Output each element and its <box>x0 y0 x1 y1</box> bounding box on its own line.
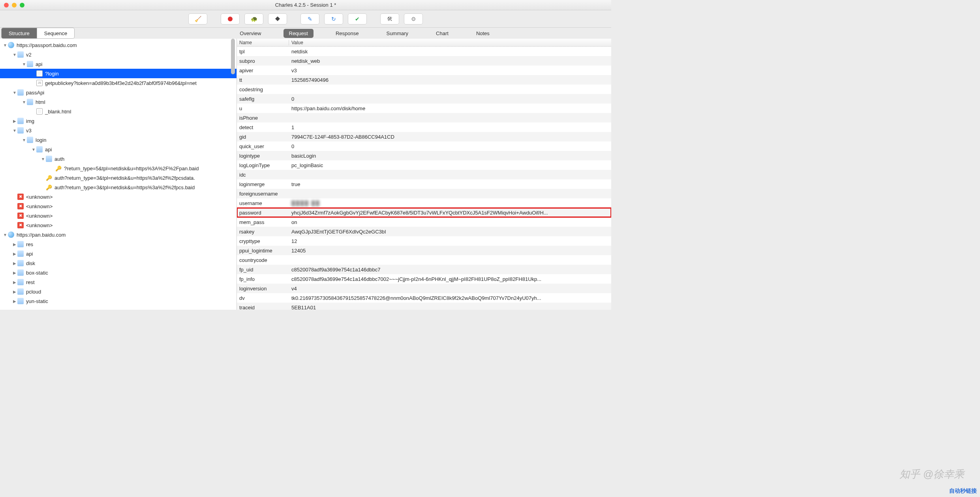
param-row[interactable]: quick_user0 <box>237 141 611 151</box>
disclosure-triangle[interactable] <box>31 147 36 152</box>
param-row[interactable]: fp_infoc8520078adf9a3699e754c1a146dbbc70… <box>237 274 611 284</box>
tree-row[interactable]: res <box>0 239 237 249</box>
param-row[interactable]: ppui_logintime12405 <box>237 246 611 255</box>
param-row[interactable]: foreignusername <box>237 189 611 198</box>
summary-tab[interactable]: Summary <box>381 29 414 38</box>
tools-button[interactable]: 🛠 <box>380 13 399 24</box>
tree-row[interactable]: https://passport.baidu.com <box>0 40 237 50</box>
tree-row[interactable]: api <box>0 249 237 258</box>
disclosure-triangle[interactable] <box>21 138 27 142</box>
overview-tab[interactable]: Overview <box>234 29 267 38</box>
tree-row[interactable]: disk <box>0 258 237 268</box>
tree-row[interactable]: api <box>0 145 237 154</box>
response-tab[interactable]: Response <box>330 29 364 38</box>
param-name: loginversion <box>237 286 289 292</box>
close-window-button[interactable] <box>4 3 9 8</box>
param-row[interactable]: fp_uidc8520078adf9a3699e754c1a146dbbc7 <box>237 265 611 274</box>
param-row[interactable]: rsakeyAwqGJpJ3EntTjGETGF6XdIvQc2eGC3bI <box>237 227 611 236</box>
zoom-window-button[interactable] <box>20 3 24 8</box>
sidebar-scrollbar[interactable] <box>230 39 236 310</box>
param-row[interactable]: passwordyhcjJ6d34Zrmf7zAokGgbGvYj2EFwfEA… <box>237 208 611 217</box>
param-row[interactable]: apiverv3 <box>237 66 611 75</box>
param-row[interactable]: detect1 <box>237 122 611 132</box>
column-value[interactable]: Value <box>289 40 611 45</box>
tree-row[interactable]: ?login <box>0 69 237 78</box>
param-row[interactable]: safeflg0 <box>237 94 611 104</box>
breakpoint-button[interactable] <box>268 13 287 24</box>
tree-row[interactable]: html <box>0 97 237 107</box>
disclosure-triangle[interactable] <box>12 128 17 133</box>
tree-row[interactable]: auth?return_type=3&tpl=netdisk&u=https%3… <box>0 173 237 183</box>
tree-row[interactable]: <unknown> <box>0 192 237 201</box>
disclosure-triangle[interactable] <box>12 271 17 275</box>
param-row[interactable]: dvtk0.216973573058436791525857478226@nnm… <box>237 293 611 303</box>
param-row[interactable]: username████ ██ <box>237 198 611 208</box>
notes-tab[interactable]: Notes <box>471 29 495 38</box>
disclosure-triangle[interactable] <box>12 242 17 247</box>
disclosure-triangle[interactable] <box>12 290 17 294</box>
param-row[interactable]: codestring <box>237 85 611 94</box>
tree-row[interactable]: rest <box>0 277 237 287</box>
disclosure-triangle[interactable] <box>2 233 8 237</box>
param-row[interactable]: gid7994C7E-124F-4853-87D2-AB86CC94A1CD <box>237 132 611 141</box>
record-button[interactable] <box>221 13 240 24</box>
chart-tab[interactable]: Chart <box>430 29 454 38</box>
disclosure-triangle[interactable] <box>21 100 27 104</box>
disclosure-triangle[interactable] <box>40 157 46 161</box>
tree-row[interactable]: <unknown> <box>0 220 237 230</box>
param-row[interactable]: countrycode <box>237 255 611 265</box>
disclosure-triangle[interactable] <box>12 119 17 123</box>
param-row[interactable]: loginversionv4 <box>237 284 611 293</box>
disclosure-triangle[interactable] <box>21 62 27 66</box>
tree-row[interactable]: auth?return_type=3&tpl=netdisk&u=https%3… <box>0 183 237 192</box>
disclosure-triangle[interactable] <box>12 90 17 95</box>
param-row[interactable]: isPhone <box>237 113 611 122</box>
tree-row[interactable]: yun-static <box>0 296 237 306</box>
disclosure-triangle[interactable] <box>12 280 17 284</box>
tree-row[interactable]: auth <box>0 154 237 164</box>
param-row[interactable]: idc <box>237 170 611 179</box>
throttle-button[interactable]: 🐢 <box>244 13 263 24</box>
tree-row[interactable]: img <box>0 116 237 126</box>
disclosure-triangle[interactable] <box>12 299 17 303</box>
param-row[interactable]: logintypebasicLogin <box>237 151 611 160</box>
param-row[interactable]: subpronetdisk_web <box>237 56 611 66</box>
tree-row[interactable]: ?return_type=5&tpl=netdisk&u=https%3A%2F… <box>0 164 237 173</box>
param-row[interactable]: mem_passon <box>237 217 611 227</box>
param-row[interactable]: tt1525857490496 <box>237 75 611 85</box>
tree-row[interactable]: box-static <box>0 268 237 277</box>
param-row[interactable]: crypttype12 <box>237 236 611 246</box>
tree-row[interactable]: pcloud <box>0 287 237 296</box>
structure-tab[interactable]: Structure <box>1 28 37 39</box>
tree-row[interactable]: _blank.html <box>0 107 237 116</box>
tree-row[interactable]: login <box>0 135 237 145</box>
repeat-button[interactable]: ↻ <box>324 13 343 24</box>
broom-button[interactable]: 🧹 <box>188 13 207 24</box>
tree-row[interactable]: getpublickey?token=a0d89b3b4f3e2d24b2f7a… <box>0 78 237 88</box>
tree-row[interactable]: passApi <box>0 88 237 97</box>
param-row[interactable]: uhttps://pan.baidu.com/disk/home <box>237 104 611 113</box>
param-name: apiver <box>237 68 289 73</box>
validate-button[interactable]: ✔ <box>348 13 367 24</box>
folder-icon <box>27 137 33 143</box>
disclosure-triangle[interactable] <box>12 53 17 57</box>
param-row[interactable]: logLoginTypepc_loginBasic <box>237 160 611 170</box>
tree-row[interactable]: <unknown> <box>0 211 237 220</box>
settings-button[interactable]: ⚙ <box>404 13 423 24</box>
tree-row[interactable]: v3 <box>0 126 237 135</box>
tree-row[interactable]: v2 <box>0 50 237 59</box>
edit-button[interactable]: ✎ <box>300 13 319 24</box>
disclosure-triangle[interactable] <box>12 252 17 256</box>
disclosure-triangle[interactable] <box>2 43 8 47</box>
disclosure-triangle[interactable] <box>12 261 17 265</box>
param-row[interactable]: tplnetdisk <box>237 47 611 56</box>
tree-row[interactable]: api <box>0 59 237 69</box>
tree-row[interactable]: https://pan.baidu.com <box>0 230 237 239</box>
param-row[interactable]: loginmergetrue <box>237 179 611 189</box>
request-tab[interactable]: Request <box>283 29 314 38</box>
tree-row[interactable]: <unknown> <box>0 201 237 211</box>
param-row[interactable]: traceid5EB11A01 <box>237 303 611 310</box>
sequence-tab[interactable]: Sequence <box>37 28 75 39</box>
column-name[interactable]: Name <box>237 40 289 45</box>
minimize-window-button[interactable] <box>12 3 17 8</box>
